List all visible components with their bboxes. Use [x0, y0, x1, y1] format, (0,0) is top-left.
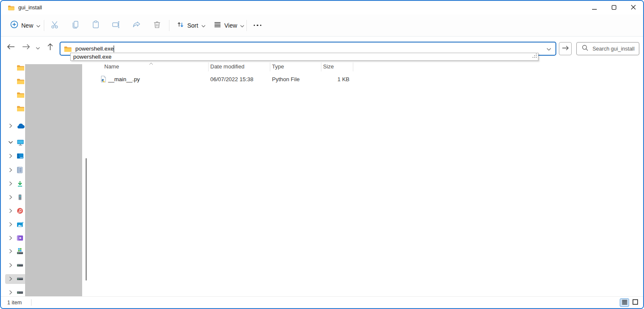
rename-icon	[112, 20, 120, 31]
search-input[interactable]	[592, 46, 639, 52]
column-header-date-modified[interactable]: Date modified	[208, 61, 270, 72]
more-ellipsis-icon	[254, 25, 262, 26]
toolbar-separator	[246, 20, 247, 31]
chevron-right-icon[interactable]	[8, 222, 14, 227]
pictures-icon	[17, 221, 24, 228]
maximize-button[interactable]	[604, 1, 624, 14]
recent-locations-button[interactable]	[34, 42, 42, 54]
folder-icon	[17, 64, 24, 71]
paste-button[interactable]	[88, 18, 103, 33]
cut-scissors-icon	[51, 20, 59, 31]
file-size: 1 KB	[321, 74, 349, 85]
chevron-right-icon[interactable]	[8, 263, 14, 268]
paste-clipboard-icon	[92, 20, 100, 31]
address-chevron-icon	[547, 45, 551, 53]
redacted-labels-overlay	[25, 64, 82, 296]
videos-icon	[17, 235, 23, 241]
desktop-icon	[17, 153, 24, 159]
file-type: Python File	[272, 74, 300, 85]
up-button[interactable]	[44, 42, 56, 54]
delete-trash-icon	[153, 20, 161, 31]
search-magnifier-icon	[582, 45, 588, 53]
folder-icon	[17, 91, 24, 98]
sort-button-label: Sort	[187, 22, 198, 29]
file-explorer-window: gui_install New	[0, 0, 644, 309]
chevron-right-icon[interactable]	[8, 123, 14, 128]
view-button-label: View	[224, 22, 237, 29]
address-suggestion-popup: powershell.exe	[70, 53, 538, 61]
sidebar-scrollbar[interactable]	[86, 158, 87, 281]
address-dropdown-button[interactable]	[542, 43, 555, 55]
search-box[interactable]	[576, 42, 639, 55]
minimize-button[interactable]	[584, 1, 604, 14]
view-button[interactable]: View	[210, 18, 248, 33]
downloads-icon	[17, 181, 23, 187]
phone-device-icon	[17, 194, 23, 201]
file-date-modified: 06/07/2022 15:38	[210, 74, 253, 85]
delete-button[interactable]	[149, 18, 165, 33]
column-header-type[interactable]: Type	[270, 61, 321, 72]
share-button[interactable]	[129, 18, 144, 33]
close-button[interactable]	[624, 1, 643, 14]
resize-grip-icon[interactable]	[532, 52, 537, 60]
recent-chevron-icon	[36, 44, 40, 51]
chevron-right-icon[interactable]	[8, 249, 14, 254]
status-separator	[31, 299, 31, 306]
file-name[interactable]: __main__.py	[108, 74, 140, 85]
back-button[interactable]	[5, 42, 17, 54]
chevron-down-icon	[240, 22, 244, 29]
onedrive-cloud-icon	[17, 123, 25, 129]
chevron-right-icon[interactable]	[8, 276, 14, 281]
chevron-right-icon[interactable]	[8, 208, 14, 213]
details-view-button[interactable]	[620, 298, 629, 307]
cut-button[interactable]	[47, 18, 63, 33]
chevron-right-icon[interactable]	[8, 167, 14, 173]
music-icon	[17, 207, 23, 214]
large-icons-view-button[interactable]	[630, 298, 640, 307]
column-header-name[interactable]: Name	[102, 61, 208, 72]
toolbar-separator	[169, 20, 169, 31]
navigation-pane	[1, 60, 91, 298]
windows-drive-icon	[17, 248, 23, 255]
status-bar: 1 item	[1, 296, 643, 308]
column-header-size[interactable]: Size	[321, 61, 353, 72]
toolbar-separator	[44, 20, 44, 31]
folder-icon	[8, 5, 14, 11]
copy-button[interactable]	[68, 18, 83, 33]
new-circled-plus-icon	[10, 20, 18, 30]
see-more-button[interactable]	[250, 18, 265, 33]
folder-icon	[17, 78, 24, 85]
window-controls	[584, 1, 643, 14]
text-caret	[114, 45, 114, 52]
up-arrow-icon	[47, 43, 54, 52]
drive-icon	[17, 262, 23, 269]
chevron-down-icon[interactable]	[8, 141, 14, 144]
column-separator[interactable]	[321, 62, 321, 71]
details-view-icon	[622, 299, 627, 306]
column-separator[interactable]	[270, 62, 270, 71]
command-bar: New Sort	[1, 14, 643, 37]
back-arrow-icon	[7, 43, 15, 52]
forward-button[interactable]	[20, 42, 32, 54]
chevron-right-icon[interactable]	[8, 235, 14, 241]
chevron-right-icon[interactable]	[8, 290, 14, 295]
column-separator[interactable]	[353, 62, 353, 71]
go-to-button[interactable]	[559, 42, 572, 55]
item-count: 1 item	[7, 300, 22, 306]
address-suggestion-item[interactable]: powershell.exe	[71, 53, 538, 60]
new-button-label: New	[21, 22, 33, 29]
sort-button[interactable]: Sort	[173, 18, 209, 33]
sort-arrows-icon	[177, 21, 184, 30]
new-button[interactable]: New	[7, 18, 44, 33]
chevron-right-icon[interactable]	[8, 195, 14, 200]
chevron-right-icon[interactable]	[8, 153, 14, 159]
chevron-right-icon[interactable]	[8, 181, 14, 186]
view-list-icon	[214, 21, 221, 30]
rename-button[interactable]	[109, 18, 124, 33]
content-area: Name Date modified Type Size __main__.py…	[1, 60, 644, 298]
column-separator[interactable]	[208, 62, 209, 71]
share-icon	[132, 20, 141, 31]
close-icon	[631, 4, 636, 11]
file-row[interactable]: __main__.py 06/07/2022 15:38 Python File…	[94, 74, 354, 85]
address-input[interactable]: powershell.exe	[75, 45, 114, 52]
